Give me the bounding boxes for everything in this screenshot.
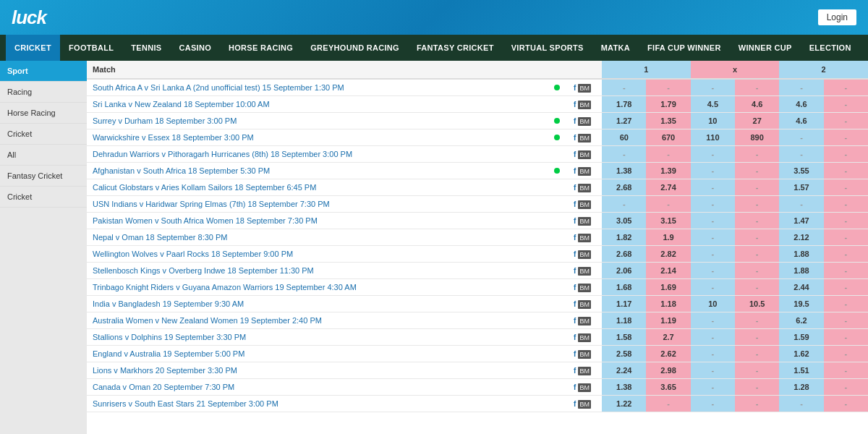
match-name[interactable]: Australia Women v New Zealand Women 19 S… — [87, 312, 551, 329]
odds-cell[interactable]: 60 — [602, 129, 646, 146]
odds-cell[interactable]: 110 — [691, 129, 735, 146]
nav-item-fifa[interactable]: FIFA CUP WINNER — [639, 35, 730, 61]
odds-cell[interactable]: 2.68 — [602, 179, 646, 196]
match-name[interactable]: Calicut Globstars v Aries Kollam Sailors… — [87, 179, 551, 196]
nav-item-virtual[interactable]: VIRTUAL SPORTS — [503, 35, 592, 61]
match-name[interactable]: USN Indians v Haridwar Spring Elmas (7th… — [87, 196, 551, 213]
odds-cell[interactable]: - — [824, 196, 868, 213]
odds-cell[interactable]: - — [824, 229, 868, 246]
odds-cell[interactable]: - — [602, 196, 646, 213]
nav-item-cricket[interactable]: CRICKET — [6, 35, 60, 61]
match-name[interactable]: Sunrisers v South East Stars 21 Septembe… — [87, 396, 551, 412]
odds-cell[interactable]: 1.58 — [602, 329, 646, 346]
odds-cell[interactable]: - — [824, 129, 868, 146]
match-name[interactable]: Afghanistan v South Africa 18 September … — [87, 163, 551, 179]
odds-cell[interactable]: 1.18 — [646, 296, 690, 312]
odds-cell[interactable]: - — [824, 146, 868, 163]
odds-cell[interactable]: - — [691, 396, 735, 412]
sidebar-item-cricket2[interactable]: Cricket — [0, 187, 87, 208]
odds-cell[interactable]: - — [602, 79, 646, 96]
match-name[interactable]: India v Bangladesh 19 September 9:30 AM — [87, 296, 551, 312]
odds-cell[interactable]: - — [824, 379, 868, 396]
match-name[interactable]: Stallions v Dolphins 19 September 3:30 P… — [87, 329, 551, 346]
odds-cell[interactable]: - — [824, 362, 868, 379]
odds-cell[interactable]: - — [691, 179, 735, 196]
odds-cell[interactable]: - — [779, 129, 823, 146]
odds-cell[interactable]: 1.59 — [779, 329, 823, 346]
odds-cell[interactable]: 4.5 — [691, 96, 735, 113]
odds-cell[interactable]: - — [824, 79, 868, 96]
odds-cell[interactable]: 2.06 — [602, 263, 646, 279]
nav-item-football[interactable]: FOOTBALL — [60, 35, 122, 61]
odds-cell[interactable]: 3.65 — [646, 379, 690, 396]
odds-cell[interactable]: - — [735, 263, 779, 279]
odds-cell[interactable]: - — [602, 146, 646, 163]
odds-cell[interactable]: 1.69 — [646, 279, 690, 296]
odds-cell[interactable]: - — [735, 229, 779, 246]
odds-cell[interactable]: 1.35 — [646, 113, 690, 129]
sidebar-item-fantasy[interactable]: Fantasy Cricket — [0, 166, 87, 187]
match-name[interactable]: Surrey v Durham 18 September 3:00 PM — [87, 113, 551, 129]
odds-cell[interactable]: - — [735, 146, 779, 163]
odds-cell[interactable]: 10.5 — [735, 296, 779, 312]
match-name[interactable]: Warwickshire v Essex 18 September 3:00 P… — [87, 129, 551, 146]
odds-cell[interactable]: - — [824, 346, 868, 362]
sidebar-item-all[interactable]: All — [0, 145, 87, 166]
odds-cell[interactable]: - — [779, 79, 823, 96]
odds-cell[interactable]: - — [691, 163, 735, 179]
odds-cell[interactable]: - — [824, 163, 868, 179]
odds-cell[interactable]: - — [691, 346, 735, 362]
odds-cell[interactable]: - — [824, 312, 868, 329]
nav-item-tennis[interactable]: TENNIS — [122, 35, 170, 61]
odds-cell[interactable]: 2.7 — [646, 329, 690, 346]
odds-cell[interactable]: 2.14 — [646, 263, 690, 279]
odds-cell[interactable]: - — [824, 246, 868, 263]
odds-cell[interactable]: - — [779, 396, 823, 412]
odds-cell[interactable]: 1.18 — [602, 312, 646, 329]
odds-cell[interactable]: 2.62 — [646, 346, 690, 362]
odds-cell[interactable]: 1.17 — [602, 296, 646, 312]
odds-cell[interactable]: 1.51 — [779, 362, 823, 379]
odds-cell[interactable]: - — [646, 196, 690, 213]
odds-cell[interactable]: 1.88 — [779, 263, 823, 279]
nav-item-election[interactable]: ELECTION — [801, 35, 860, 61]
odds-cell[interactable]: 890 — [735, 129, 779, 146]
odds-cell[interactable]: 1.88 — [779, 246, 823, 263]
odds-cell[interactable]: 1.19 — [646, 312, 690, 329]
odds-cell[interactable]: 1.38 — [602, 163, 646, 179]
nav-item-horse-racing[interactable]: HORSE RACING — [220, 35, 302, 61]
odds-cell[interactable]: 1.57 — [779, 179, 823, 196]
odds-cell[interactable]: - — [824, 96, 868, 113]
odds-cell[interactable]: 3.15 — [646, 213, 690, 229]
sidebar-item-sport[interactable]: Sport — [0, 61, 87, 82]
sidebar-item-racing[interactable]: Racing — [0, 82, 87, 103]
odds-cell[interactable]: 2.98 — [646, 362, 690, 379]
odds-cell[interactable]: 1.9 — [646, 229, 690, 246]
match-name[interactable]: Wellington Wolves v Paarl Rocks 18 Septe… — [87, 246, 551, 263]
match-name[interactable]: Lions v Markhors 20 September 3:30 PM — [87, 362, 551, 379]
odds-cell[interactable]: - — [691, 362, 735, 379]
odds-cell[interactable]: - — [824, 329, 868, 346]
match-name[interactable]: Dehradun Warriors v Pithoragarh Hurrican… — [87, 146, 551, 163]
odds-cell[interactable]: 2.12 — [779, 229, 823, 246]
odds-cell[interactable]: - — [735, 329, 779, 346]
odds-cell[interactable]: - — [691, 213, 735, 229]
odds-cell[interactable]: - — [735, 79, 779, 96]
nav-item-fantasy[interactable]: FANTASY CRICKET — [408, 35, 503, 61]
odds-cell[interactable]: 1.39 — [646, 163, 690, 179]
odds-cell[interactable]: 10 — [691, 296, 735, 312]
odds-cell[interactable]: 1.28 — [779, 379, 823, 396]
match-name[interactable]: England v Australia 19 September 5:00 PM — [87, 346, 551, 362]
odds-cell[interactable]: 1.22 — [602, 396, 646, 412]
match-name[interactable]: Canada v Oman 20 September 7:30 PM — [87, 379, 551, 396]
odds-cell[interactable]: 10 — [691, 113, 735, 129]
odds-cell[interactable]: 1.78 — [602, 96, 646, 113]
odds-cell[interactable]: - — [691, 146, 735, 163]
odds-cell[interactable]: 2.44 — [779, 279, 823, 296]
match-name[interactable]: South Africa A v Sri Lanka A (2nd unoffi… — [87, 79, 551, 96]
odds-cell[interactable]: - — [646, 396, 690, 412]
nav-item-greyhound[interactable]: GREYHOUND RACING — [302, 35, 408, 61]
odds-cell[interactable]: - — [691, 229, 735, 246]
odds-cell[interactable]: - — [691, 246, 735, 263]
odds-cell[interactable]: - — [824, 179, 868, 196]
